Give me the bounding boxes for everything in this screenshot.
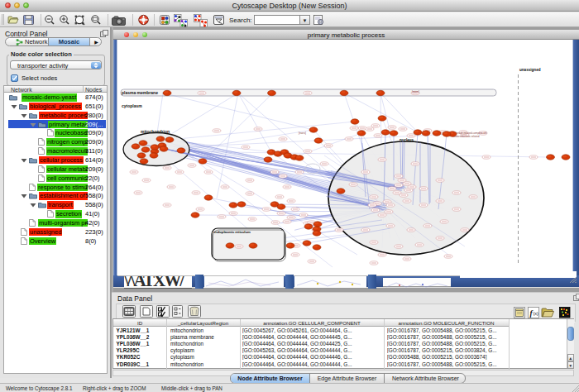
svg-text:unassigned: unassigned [519, 68, 541, 72]
svg-text:oxidoreductase-related: oxidoreductase-related [452, 135, 480, 138]
svg-text:(x): (x) [534, 311, 539, 316]
svg-text:[mem]: [mem] [412, 90, 419, 93]
svg-text:mitochondrion: mitochondrion [141, 129, 170, 134]
svg-text:endoplasmic reticulum: endoplasmic reticulum [213, 230, 251, 234]
svg-text:plasma membrane: plasma membrane [122, 90, 158, 95]
svg-text:[trans]: [trans] [299, 131, 306, 135]
svg-text:nucleus: nucleus [400, 138, 414, 142]
svg-text:cytoplasm: cytoplasm [122, 103, 142, 108]
